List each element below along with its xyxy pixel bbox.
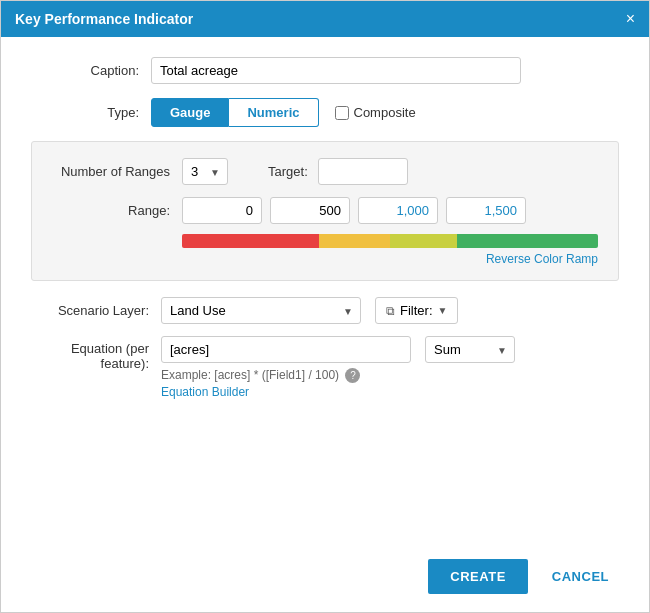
filter-label: Filter:	[400, 303, 433, 318]
composite-text: Composite	[354, 105, 416, 120]
gauge-button[interactable]: Gauge	[151, 98, 229, 127]
help-icon[interactable]: ?	[345, 368, 360, 383]
color-ramp-container: Reverse Color Ramp	[52, 234, 598, 266]
numeric-button[interactable]: Numeric	[229, 98, 318, 127]
example-text: Example: [acres] * ([Field1] / 100) ?	[161, 368, 411, 383]
num-ranges-select-wrapper: 3 1 2 4 5 ▼	[182, 158, 228, 185]
cancel-button[interactable]: CANCEL	[536, 559, 625, 594]
type-row: Type: Gauge Numeric Composite	[31, 98, 619, 127]
range-label: Range:	[52, 203, 182, 218]
composite-label[interactable]: Composite	[335, 105, 416, 120]
filter-stack-icon: ⧉	[386, 304, 395, 318]
range-row: Range:	[52, 197, 598, 224]
scenario-layer-label: Scenario Layer:	[31, 303, 161, 318]
range-input-3[interactable]	[446, 197, 526, 224]
target-input[interactable]	[318, 158, 408, 185]
composite-checkbox[interactable]	[335, 106, 349, 120]
title-bar: Key Performance Indicator ×	[1, 1, 649, 37]
range-inputs-group	[182, 197, 526, 224]
sum-select[interactable]: Sum Average Count Min Max	[425, 336, 515, 363]
range-input-0[interactable]	[182, 197, 262, 224]
caption-row: Caption:	[31, 57, 619, 84]
num-ranges-select[interactable]: 3 1 2 4 5	[182, 158, 228, 185]
sum-select-wrapper: Sum Average Count Min Max ▼	[425, 336, 515, 363]
type-label: Type:	[31, 105, 151, 120]
num-ranges-label: Number of Ranges	[52, 164, 182, 179]
create-button[interactable]: CREATE	[428, 559, 527, 594]
filter-button[interactable]: ⧉ Filter: ▼	[375, 297, 458, 324]
caption-label: Caption:	[31, 63, 151, 78]
equation-input[interactable]	[161, 336, 411, 363]
scenario-layer-select[interactable]: Land Use Option 2 Option 3	[161, 297, 361, 324]
equation-label: Equation (per feature):	[31, 336, 161, 371]
scenario-layer-row: Scenario Layer: Land Use Option 2 Option…	[31, 297, 619, 324]
example-text-content: Example: [acres] * ([Field1] / 100)	[161, 368, 339, 382]
type-buttons: Gauge Numeric	[151, 98, 319, 127]
scenario-section: Scenario Layer: Land Use Option 2 Option…	[31, 297, 619, 421]
dialog-footer: CREATE CANCEL	[1, 547, 649, 612]
filter-arrow-icon: ▼	[438, 305, 448, 316]
dialog-title: Key Performance Indicator	[15, 11, 193, 27]
equation-row: Equation (per feature): Example: [acres]…	[31, 336, 619, 399]
target-label: Target:	[268, 164, 308, 179]
reverse-color-ramp-link[interactable]: Reverse Color Ramp	[182, 252, 598, 266]
kpi-dialog: Key Performance Indicator × Caption: Typ…	[0, 0, 650, 613]
sum-dropdown-wrapper: Sum Average Count Min Max ▼	[425, 336, 515, 363]
scenario-layer-select-wrapper: Land Use Option 2 Option 3 ▼	[161, 297, 361, 324]
color-ramp	[182, 234, 598, 248]
close-button[interactable]: ×	[626, 11, 635, 27]
equation-col: Example: [acres] * ([Field1] / 100) ? Eq…	[161, 336, 411, 399]
range-input-1[interactable]	[270, 197, 350, 224]
ranges-section: Number of Ranges 3 1 2 4 5 ▼ Target: Ran…	[31, 141, 619, 281]
caption-input[interactable]	[151, 57, 521, 84]
dialog-body: Caption: Type: Gauge Numeric Composite N…	[1, 37, 649, 547]
num-ranges-row: Number of Ranges 3 1 2 4 5 ▼ Target:	[52, 158, 598, 185]
range-input-2[interactable]	[358, 197, 438, 224]
equation-builder-link[interactable]: Equation Builder	[161, 385, 411, 399]
